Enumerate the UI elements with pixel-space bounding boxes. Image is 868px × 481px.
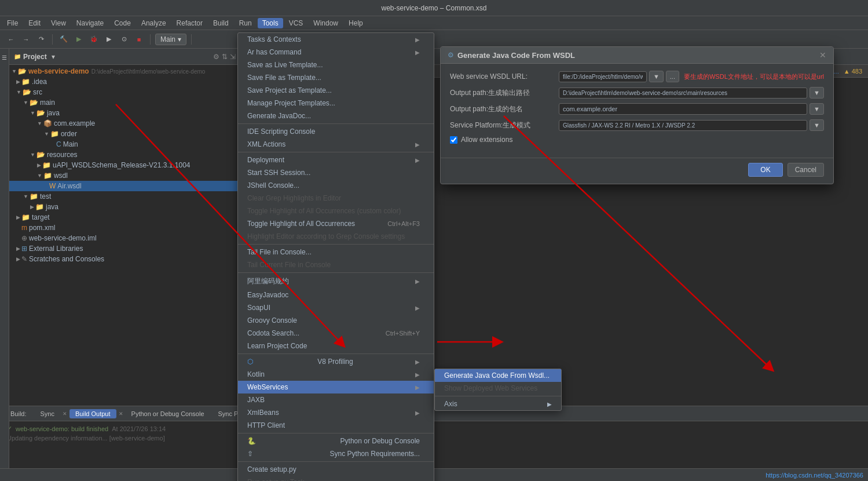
menu-save-live[interactable]: Save as Live Template... xyxy=(238,59,434,71)
tree-arrow-wsdl: ▼ xyxy=(37,173,42,178)
menu-groovy[interactable]: Groovy Console xyxy=(238,314,434,327)
panel-header-btn-expand[interactable]: ⇲ xyxy=(230,53,236,61)
menu-refactor[interactable]: Refactor xyxy=(172,18,207,28)
dialog-cancel-btn[interactable]: Cancel xyxy=(788,163,824,177)
tree-uapi[interactable]: ▶ 📁 uAPI_WSDLSchema_Release-V21.3.1.1004 xyxy=(9,160,240,170)
dialog-output-input[interactable] xyxy=(559,88,807,99)
dialog-wsdl-dots-btn[interactable]: ... xyxy=(666,71,679,82)
dialog-package-btn[interactable]: ▼ xyxy=(810,103,824,115)
status-right[interactable]: https://blog.csdn.net/qq_34207366 xyxy=(766,472,863,479)
toolbar-main-dropdown[interactable]: Main ▾ xyxy=(155,34,186,45)
menu-arhas[interactable]: Ar has Command ▶ xyxy=(238,46,434,59)
menu-codota[interactable]: Codota Search... Ctrl+Shift+Y xyxy=(238,327,434,340)
tree-idea[interactable]: ▶ 📁 .idea xyxy=(9,76,240,87)
tree-order[interactable]: ▼ 📁 order xyxy=(9,129,240,139)
menu-navigate[interactable]: Navigate xyxy=(72,18,108,28)
tree-root[interactable]: ▼ 📂 web-service-demo D:\ideaProject\htlm… xyxy=(9,66,240,76)
menu-save-project[interactable]: Save Project as Template... xyxy=(238,84,434,97)
menu-run[interactable]: Run xyxy=(235,18,257,28)
dialog-close-btn[interactable]: ✕ xyxy=(819,50,826,60)
submenu-axis[interactable]: Axis ▶ xyxy=(435,398,561,410)
menu-xmlbeans-label: XmlBeans xyxy=(247,409,279,417)
build-success-text: web-service-demo: build finished xyxy=(16,425,108,432)
menu-analyze[interactable]: Analyze xyxy=(137,18,171,28)
dialog-wsdl-browse-btn[interactable]: ▼ xyxy=(649,71,664,82)
submenu-generate-wsdl[interactable]: Generate Java Code From Wsdl... xyxy=(435,369,561,382)
tree-com-example[interactable]: ▼ 📦 com.example xyxy=(9,118,240,129)
dialog-platform-btn[interactable]: ▼ xyxy=(810,119,824,131)
tree-air-wsdl[interactable]: ▶ W Air.wsdl xyxy=(9,181,240,191)
tree-java[interactable]: ▼ 📂 java xyxy=(9,108,240,118)
menu-soapui[interactable]: SoapUI ▶ xyxy=(238,301,434,314)
menu-kotlin[interactable]: Kotlin ▶ xyxy=(238,368,434,381)
menu-tools[interactable]: Tools xyxy=(258,18,283,28)
left-strip-btn-1[interactable]: ☰ xyxy=(0,51,11,64)
tree-arrow-ext: ▶ xyxy=(16,246,20,252)
dialog-wsdl-input[interactable] xyxy=(559,71,647,82)
toolbar-stop[interactable]: ■ xyxy=(133,33,145,46)
menu-xmlbeans[interactable]: XmlBeans ▶ xyxy=(238,406,434,419)
toolbar-build[interactable]: 🔨 xyxy=(57,33,70,46)
menu-window[interactable]: Window xyxy=(309,18,343,28)
menu-alibaba[interactable]: 阿里编码规约 ▶ xyxy=(238,274,434,289)
tree-wsdl-folder[interactable]: ▼ 📁 wsdl xyxy=(9,170,240,181)
menu-tasks[interactable]: Tasks & Contexts ▶ xyxy=(238,33,434,46)
menu-edit[interactable]: Edit xyxy=(24,18,45,28)
menu-easyjavadoc[interactable]: EasyJavadoc xyxy=(238,289,434,301)
menu-ssh[interactable]: Start SSH Session... xyxy=(238,166,434,179)
dialog-platform-input[interactable] xyxy=(559,120,807,131)
toolbar-back[interactable]: ← xyxy=(5,33,17,46)
menu-create-setup[interactable]: Create setup.py xyxy=(238,463,434,476)
menu-code[interactable]: Code xyxy=(109,18,135,28)
menu-jshell[interactable]: JShell Console... xyxy=(238,179,434,192)
tree-resources[interactable]: ▼ 📂 resources xyxy=(9,150,240,160)
menu-save-file[interactable]: Save File as Template... xyxy=(238,71,434,84)
menu-help[interactable]: Help xyxy=(344,18,368,28)
menu-file[interactable]: File xyxy=(2,18,23,28)
menu-webservices[interactable]: WebServices ▶ xyxy=(238,381,434,393)
tree-iml[interactable]: ▶ ⊕ web-service-demo.iml xyxy=(9,233,240,243)
menu-sync-python[interactable]: ⇧ Sync Python Requirements... xyxy=(238,447,434,460)
menu-v8[interactable]: ⬡ V8 Profiling ▶ xyxy=(238,355,434,368)
menu-ide-scripting[interactable]: IDE Scripting Console xyxy=(238,125,434,138)
tree-src[interactable]: ▼ 📂 src xyxy=(9,87,240,97)
tree-test-java[interactable]: ▶ 📁 java xyxy=(9,202,240,212)
panel-header-btn-sort[interactable]: ⇅ xyxy=(222,53,228,61)
tree-main[interactable]: ▼ 📂 main xyxy=(9,97,240,108)
tree-external-libs[interactable]: ▶ ⊞ External Libraries xyxy=(9,243,240,254)
tree-test[interactable]: ▼ 📁 test xyxy=(9,191,240,202)
tree-target[interactable]: ▶ 📁 target xyxy=(9,212,240,223)
menu-jaxb[interactable]: JAXB xyxy=(238,393,434,406)
dialog-allow-extensions-checkbox[interactable] xyxy=(450,136,457,144)
bottom-tab-python[interactable]: Python or Debug Console xyxy=(126,409,210,418)
dialog-output-btn[interactable]: ▼ xyxy=(810,87,824,99)
menu-tail-file[interactable]: Tail File in Console... xyxy=(238,246,434,258)
menu-manage-templates[interactable]: Manage Project Templates... xyxy=(238,97,434,110)
toolbar-run[interactable]: ▶ xyxy=(72,33,85,46)
tree-scratches[interactable]: ▶ ✎ Scratches and Consoles xyxy=(9,254,240,264)
toolbar-debug[interactable]: 🐞 xyxy=(87,33,100,46)
menu-python-debug[interactable]: 🐍 Python or Debug Console xyxy=(238,435,434,447)
menu-generate-javadoc[interactable]: Generate JavaDoc... xyxy=(238,110,434,122)
menu-view[interactable]: View xyxy=(46,18,71,28)
panel-header-btn-settings[interactable]: ⚙ xyxy=(213,53,219,61)
toolbar-profile[interactable]: ⊙ xyxy=(118,33,130,46)
bottom-tab-build-output[interactable]: Build Output xyxy=(69,409,116,418)
toolbar-recent[interactable]: ↷ xyxy=(35,33,47,46)
menu-build[interactable]: Build xyxy=(208,18,233,28)
bottom-tab-build-output-close[interactable]: ✕ xyxy=(119,411,123,417)
menu-vcs[interactable]: VCS xyxy=(284,18,308,28)
menu-xml-actions[interactable]: XML Actions ▶ xyxy=(238,138,434,151)
tree-pom[interactable]: ▶ m pom.xml xyxy=(9,223,240,233)
toolbar-run2[interactable]: ▶ xyxy=(102,33,115,46)
toolbar-forward[interactable]: → xyxy=(20,33,32,46)
menu-learn[interactable]: Learn Project Code xyxy=(238,340,434,352)
dialog-ok-btn[interactable]: OK xyxy=(748,163,782,177)
bottom-tab-sync-close[interactable]: ✕ xyxy=(63,411,67,417)
tree-main-java[interactable]: ▶ C Main xyxy=(9,139,240,150)
dialog-package-input[interactable] xyxy=(559,103,807,115)
menu-toggle-highlight[interactable]: Toggle Highlight of All Occurrences Ctrl… xyxy=(238,217,434,230)
menu-http-client[interactable]: HTTP Client xyxy=(238,419,434,432)
bottom-tab-sync[interactable]: Sync xyxy=(35,409,60,418)
menu-deployment[interactable]: Deployment ▶ xyxy=(238,154,434,166)
